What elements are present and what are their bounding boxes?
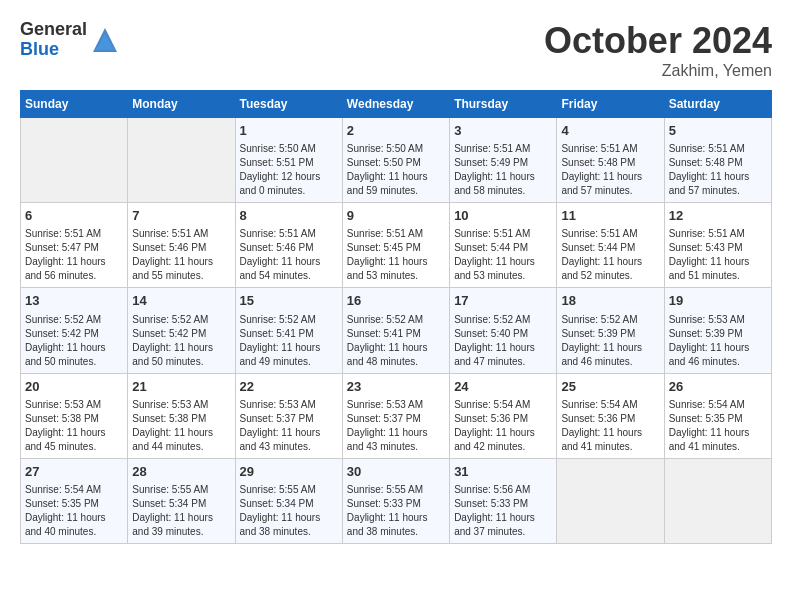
calendar-cell: 11Sunrise: 5:51 AMSunset: 5:44 PMDayligh… [557, 203, 664, 288]
day-info: Sunset: 5:39 PM [561, 327, 659, 341]
daylight-info: Daylight: 11 hours and 39 minutes. [132, 511, 230, 539]
day-info: Sunrise: 5:54 AM [561, 398, 659, 412]
day-number: 19 [669, 292, 767, 310]
day-info: Sunset: 5:44 PM [561, 241, 659, 255]
day-number: 12 [669, 207, 767, 225]
calendar-cell: 20Sunrise: 5:53 AMSunset: 5:38 PMDayligh… [21, 373, 128, 458]
col-wednesday: Wednesday [342, 91, 449, 118]
calendar-week-3: 13Sunrise: 5:52 AMSunset: 5:42 PMDayligh… [21, 288, 772, 373]
day-number: 15 [240, 292, 338, 310]
day-info: Sunset: 5:39 PM [669, 327, 767, 341]
title-section: October 2024 Zakhim, Yemen [544, 20, 772, 80]
calendar-cell: 27Sunrise: 5:54 AMSunset: 5:35 PMDayligh… [21, 458, 128, 543]
day-number: 3 [454, 122, 552, 140]
day-info: Sunrise: 5:51 AM [669, 142, 767, 156]
calendar-cell: 5Sunrise: 5:51 AMSunset: 5:48 PMDaylight… [664, 118, 771, 203]
daylight-info: Daylight: 11 hours and 42 minutes. [454, 426, 552, 454]
day-info: Sunrise: 5:52 AM [25, 313, 123, 327]
day-info: Sunset: 5:38 PM [132, 412, 230, 426]
day-info: Sunset: 5:50 PM [347, 156, 445, 170]
day-number: 20 [25, 378, 123, 396]
daylight-info: Daylight: 12 hours and 0 minutes. [240, 170, 338, 198]
day-number: 4 [561, 122, 659, 140]
day-info: Sunrise: 5:52 AM [132, 313, 230, 327]
calendar-cell [128, 118, 235, 203]
day-info: Sunset: 5:33 PM [347, 497, 445, 511]
day-info: Sunrise: 5:52 AM [347, 313, 445, 327]
calendar-cell: 31Sunrise: 5:56 AMSunset: 5:33 PMDayligh… [450, 458, 557, 543]
calendar-cell [557, 458, 664, 543]
calendar-cell: 13Sunrise: 5:52 AMSunset: 5:42 PMDayligh… [21, 288, 128, 373]
day-info: Sunset: 5:45 PM [347, 241, 445, 255]
day-number: 26 [669, 378, 767, 396]
day-number: 21 [132, 378, 230, 396]
calendar-cell: 17Sunrise: 5:52 AMSunset: 5:40 PMDayligh… [450, 288, 557, 373]
day-info: Sunrise: 5:54 AM [454, 398, 552, 412]
day-number: 18 [561, 292, 659, 310]
day-number: 11 [561, 207, 659, 225]
day-number: 8 [240, 207, 338, 225]
day-info: Sunrise: 5:52 AM [240, 313, 338, 327]
calendar-cell: 18Sunrise: 5:52 AMSunset: 5:39 PMDayligh… [557, 288, 664, 373]
daylight-info: Daylight: 11 hours and 38 minutes. [347, 511, 445, 539]
calendar-body: 1Sunrise: 5:50 AMSunset: 5:51 PMDaylight… [21, 118, 772, 544]
day-info: Sunrise: 5:53 AM [132, 398, 230, 412]
col-saturday: Saturday [664, 91, 771, 118]
daylight-info: Daylight: 11 hours and 54 minutes. [240, 255, 338, 283]
day-info: Sunset: 5:41 PM [240, 327, 338, 341]
day-info: Sunset: 5:48 PM [561, 156, 659, 170]
daylight-info: Daylight: 11 hours and 51 minutes. [669, 255, 767, 283]
day-info: Sunset: 5:51 PM [240, 156, 338, 170]
daylight-info: Daylight: 11 hours and 57 minutes. [669, 170, 767, 198]
calendar-cell: 24Sunrise: 5:54 AMSunset: 5:36 PMDayligh… [450, 373, 557, 458]
day-info: Sunrise: 5:54 AM [25, 483, 123, 497]
daylight-info: Daylight: 11 hours and 46 minutes. [561, 341, 659, 369]
day-info: Sunset: 5:42 PM [25, 327, 123, 341]
daylight-info: Daylight: 11 hours and 48 minutes. [347, 341, 445, 369]
day-info: Sunset: 5:34 PM [240, 497, 338, 511]
day-info: Sunset: 5:40 PM [454, 327, 552, 341]
day-info: Sunrise: 5:55 AM [240, 483, 338, 497]
day-info: Sunrise: 5:55 AM [132, 483, 230, 497]
day-info: Sunrise: 5:51 AM [454, 227, 552, 241]
day-number: 16 [347, 292, 445, 310]
calendar-cell [664, 458, 771, 543]
day-info: Sunset: 5:36 PM [454, 412, 552, 426]
page-header: General Blue October 2024 Zakhim, Yemen [20, 20, 772, 80]
logo-text: General Blue [20, 20, 87, 60]
calendar-cell: 4Sunrise: 5:51 AMSunset: 5:48 PMDaylight… [557, 118, 664, 203]
day-number: 2 [347, 122, 445, 140]
daylight-info: Daylight: 11 hours and 53 minutes. [454, 255, 552, 283]
calendar-header: Sunday Monday Tuesday Wednesday Thursday… [21, 91, 772, 118]
calendar-cell: 28Sunrise: 5:55 AMSunset: 5:34 PMDayligh… [128, 458, 235, 543]
day-number: 7 [132, 207, 230, 225]
day-info: Sunset: 5:43 PM [669, 241, 767, 255]
day-number: 25 [561, 378, 659, 396]
calendar-cell: 26Sunrise: 5:54 AMSunset: 5:35 PMDayligh… [664, 373, 771, 458]
calendar-week-1: 1Sunrise: 5:50 AMSunset: 5:51 PMDaylight… [21, 118, 772, 203]
daylight-info: Daylight: 11 hours and 40 minutes. [25, 511, 123, 539]
daylight-info: Daylight: 11 hours and 55 minutes. [132, 255, 230, 283]
calendar-cell: 29Sunrise: 5:55 AMSunset: 5:34 PMDayligh… [235, 458, 342, 543]
day-info: Sunrise: 5:50 AM [347, 142, 445, 156]
day-number: 6 [25, 207, 123, 225]
day-info: Sunrise: 5:51 AM [669, 227, 767, 241]
calendar-cell: 15Sunrise: 5:52 AMSunset: 5:41 PMDayligh… [235, 288, 342, 373]
daylight-info: Daylight: 11 hours and 52 minutes. [561, 255, 659, 283]
day-info: Sunset: 5:41 PM [347, 327, 445, 341]
day-info: Sunset: 5:37 PM [240, 412, 338, 426]
day-info: Sunset: 5:48 PM [669, 156, 767, 170]
logo-general: General [20, 20, 87, 40]
day-number: 9 [347, 207, 445, 225]
calendar-cell: 2Sunrise: 5:50 AMSunset: 5:50 PMDaylight… [342, 118, 449, 203]
col-thursday: Thursday [450, 91, 557, 118]
day-info: Sunrise: 5:51 AM [25, 227, 123, 241]
day-info: Sunrise: 5:55 AM [347, 483, 445, 497]
day-info: Sunrise: 5:53 AM [669, 313, 767, 327]
day-number: 23 [347, 378, 445, 396]
logo-icon [91, 26, 119, 54]
location: Zakhim, Yemen [544, 62, 772, 80]
day-info: Sunset: 5:46 PM [240, 241, 338, 255]
day-info: Sunset: 5:47 PM [25, 241, 123, 255]
day-info: Sunset: 5:34 PM [132, 497, 230, 511]
